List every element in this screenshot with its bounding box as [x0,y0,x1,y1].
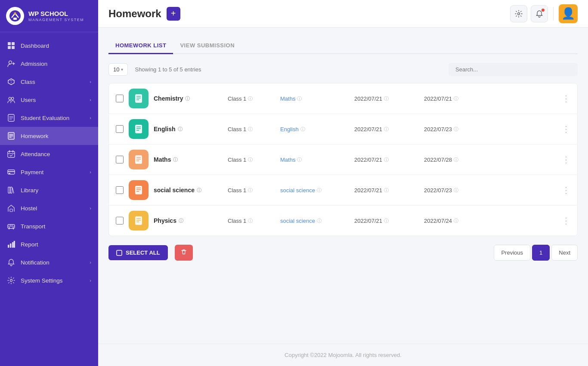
info-icon[interactable]: ⓘ [384,187,389,194]
info-icon[interactable]: ⓘ [248,126,253,132]
svg-rect-5 [8,46,11,49]
sidebar-item-dashboard[interactable]: Dashboard [0,37,98,55]
info-icon[interactable]: ⓘ [454,95,458,102]
select-all-button[interactable]: SELECT ALL [108,245,168,260]
row-menu-1[interactable]: ⋮ [562,94,570,103]
row-checkbox-4[interactable] [116,186,124,194]
svg-point-31 [9,227,9,228]
sidebar-item-transport[interactable]: Transport [0,217,98,235]
hw-name-2: English ⓘ [154,126,223,132]
hw-class-1: Class 1 ⓘ [228,95,275,102]
sidebar-item-report[interactable]: Report [0,235,98,253]
info-icon[interactable]: ⓘ [454,126,458,132]
info-icon[interactable]: ⓘ [384,126,389,132]
info-icon[interactable]: ⓘ [300,126,305,132]
vertical-divider [553,7,554,21]
page-1-button[interactable]: 1 [532,245,550,261]
table-toolbar: 10 ▾ Showing 1 to 5 of 5 entries [108,63,578,76]
entries-select[interactable]: 10 ▾ [108,63,128,76]
table-row: Chemistry ⓘ Class 1 ⓘ Maths ⓘ 2022/07/21… [109,83,577,114]
info-icon[interactable]: ⓘ [297,95,302,102]
info-icon[interactable]: ⓘ [197,187,201,194]
attendance-icon [7,150,15,158]
svg-point-2 [14,12,16,15]
hw-date2-5: 2022/07/24 ⓘ [424,218,557,224]
info-icon[interactable]: ⓘ [454,187,458,194]
sidebar-item-hostel[interactable]: Hostel › [0,199,98,217]
avatar-icon: 👤 [561,7,575,20]
sidebar-item-users[interactable]: Users › [0,91,98,109]
row-menu-3[interactable]: ⋮ [562,155,570,164]
row-menu-2[interactable]: ⋮ [562,125,570,133]
chevron-right-icon: › [90,278,91,283]
tab-homework-list[interactable]: HOMEWORK LIST [108,38,173,54]
notification-button[interactable] [531,5,548,22]
row-menu-4[interactable]: ⋮ [562,186,570,194]
sidebar-item-attendance[interactable]: Attendance [0,145,98,163]
page-title: Homework [108,8,161,20]
notification-dot [542,9,545,12]
admission-icon [7,59,15,68]
user-avatar-button[interactable]: 👤 [559,4,578,23]
hw-subject-4: social science ⓘ [280,187,349,194]
row-menu-5[interactable]: ⋮ [562,216,570,225]
svg-rect-36 [8,245,9,248]
tab-view-submission[interactable]: VIEW SUBMISSION [173,38,241,54]
chevron-right-icon: › [90,206,91,211]
users-icon [7,95,15,104]
info-icon[interactable]: ⓘ [185,95,190,102]
sidebar-item-payment[interactable]: Payment › [0,163,98,181]
delete-button[interactable] [175,245,193,261]
row-checkbox-5[interactable] [116,217,124,225]
row-checkbox-1[interactable] [116,95,124,102]
svg-rect-20 [8,151,15,157]
info-icon[interactable]: ⓘ [317,187,322,194]
notification-icon [7,258,15,267]
info-icon[interactable]: ⓘ [384,95,389,102]
sidebar-item-library[interactable]: Library [0,181,98,199]
add-homework-button[interactable]: + [167,7,180,21]
info-icon[interactable]: ⓘ [297,157,302,163]
info-icon[interactable]: ⓘ [178,126,183,132]
header-title: Homework + [108,7,180,21]
info-icon[interactable]: ⓘ [173,157,178,163]
table-row: English ⓘ Class 1 ⓘ English ⓘ 2022/07/21… [109,114,577,145]
info-icon[interactable]: ⓘ [248,157,253,163]
hw-class-3: Class 1 ⓘ [228,157,275,163]
info-icon[interactable]: ⓘ [454,218,458,224]
info-icon[interactable]: ⓘ [179,218,183,224]
hw-date1-1: 2022/07/21 ⓘ [354,95,419,102]
row-checkbox-2[interactable] [116,125,124,133]
info-icon[interactable]: ⓘ [384,218,389,224]
search-input[interactable] [449,63,578,76]
info-icon[interactable]: ⓘ [248,187,253,194]
svg-rect-54 [135,186,142,194]
info-icon[interactable]: ⓘ [248,95,253,102]
hw-date2-2: 2022/07/23 ⓘ [424,126,557,132]
info-icon[interactable]: ⓘ [384,157,389,163]
hw-date2-3: 2022/07/28 ⓘ [424,157,557,163]
sidebar-label-homework: Homework [21,133,49,139]
info-icon[interactable]: ⓘ [454,157,458,163]
sidebar-item-system-settings[interactable]: System Settings › [0,271,98,289]
settings-button[interactable] [510,5,527,22]
sidebar-item-class[interactable]: Class › [0,73,98,91]
sidebar: WP SCHOOL MANAGEMENT SYSTEM Dashboard [0,0,98,366]
showing-text: Showing 1 to 5 of 5 entries [135,66,442,73]
sidebar-item-admission[interactable]: Admission [0,55,98,73]
info-icon[interactable]: ⓘ [248,218,253,224]
row-checkbox-3[interactable] [116,156,124,163]
hw-class-2: Class 1 ⓘ [228,126,275,132]
svg-rect-37 [10,243,12,248]
checkbox-icon [116,250,122,256]
table-row: social science ⓘ Class 1 ⓘ social scienc… [109,175,577,206]
sidebar-item-homework[interactable]: Homework [0,127,98,145]
hw-date2-1: 2022/07/21 ⓘ [424,95,557,102]
info-icon[interactable]: ⓘ [317,218,322,224]
sidebar-item-notification[interactable]: Notification › [0,253,98,271]
previous-button[interactable]: Previous [494,245,530,261]
svg-rect-46 [135,125,142,133]
svg-rect-1 [13,18,17,20]
next-button[interactable]: Next [551,245,578,261]
sidebar-item-student-evaluation[interactable]: Student Evaluation › [0,109,98,127]
